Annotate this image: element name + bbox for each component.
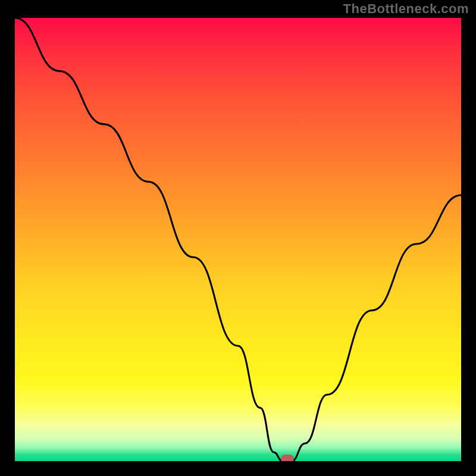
optimal-marker — [281, 455, 294, 461]
chart-frame: TheBottleneck.com — [0, 0, 476, 476]
plot-area — [15, 18, 461, 461]
watermark-text: TheBottleneck.com — [343, 1, 469, 17]
bottleneck-curve — [15, 18, 461, 461]
